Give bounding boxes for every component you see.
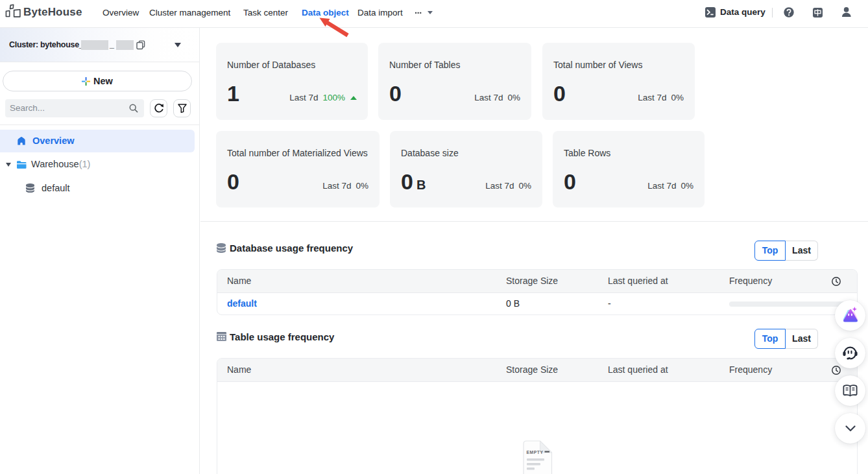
svg-text:EMPTY: EMPTY [527, 450, 544, 455]
